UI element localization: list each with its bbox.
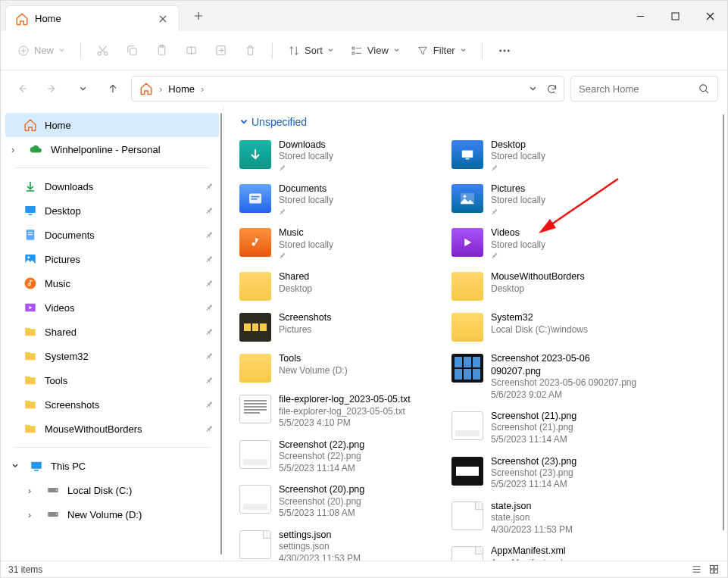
nav-quick-mousewithoutborders[interactable]: MouseWithoutBorders	[1, 417, 223, 441]
pin-icon	[491, 163, 545, 173]
back-button[interactable]	[10, 77, 34, 101]
chevron-down-icon	[239, 117, 248, 127]
cut-button[interactable]	[90, 38, 115, 64]
nav-quick-videos[interactable]: Videos	[1, 295, 223, 320]
item-icon	[451, 352, 483, 384]
expand-icon[interactable]: ›	[28, 509, 39, 520]
separator	[14, 447, 210, 448]
content-item[interactable]: settings.jsonsettings.json4/30/2023 11:5…	[239, 526, 429, 561]
content-item[interactable]: Screenshot (23).pngScreenshot (23).png5/…	[451, 452, 641, 494]
new-tab-button[interactable]	[187, 5, 210, 27]
nav-quick-music[interactable]: Music	[1, 271, 223, 295]
item-icon	[451, 139, 483, 170]
copy-button[interactable]	[120, 38, 145, 64]
svg-rect-24	[31, 462, 42, 469]
chevron-down-icon[interactable]	[529, 85, 537, 93]
nav-quick-documents[interactable]: Documents	[1, 223, 223, 247]
content-scrollbar[interactable]	[723, 114, 724, 530]
refresh-icon[interactable]	[546, 83, 558, 95]
address-bar[interactable]: › Home ›	[131, 76, 564, 102]
content-item[interactable]: MusicStored locally	[239, 223, 429, 264]
search-box[interactable]	[570, 76, 718, 102]
nav-quick-system32[interactable]: System32	[1, 344, 223, 368]
content-item[interactable]: ToolsNew Volume (D:)	[239, 349, 429, 387]
pin-icon	[491, 207, 545, 217]
nav-quick-pictures[interactable]: Pictures	[1, 247, 223, 271]
paste-button[interactable]	[149, 38, 174, 64]
content-item[interactable]: Screenshot (22).pngScreenshot (22).png5/…	[239, 436, 429, 477]
details-view-button[interactable]	[691, 564, 702, 575]
nav-drive[interactable]: ›New Volume (D:)	[1, 502, 223, 526]
expand-icon[interactable]: ›	[11, 144, 22, 155]
up-button[interactable]	[101, 77, 125, 101]
content-item[interactable]: state.jsonstate.json4/30/2023 11:53 PM	[451, 497, 641, 539]
svg-point-36	[464, 195, 467, 198]
tiles-view-button[interactable]	[708, 564, 720, 575]
breadcrumb-home[interactable]: Home	[168, 83, 195, 95]
content-item[interactable]: DocumentsStored locally	[239, 180, 429, 220]
content-item[interactable]: VideosStored locally	[451, 223, 641, 264]
more-button[interactable]	[492, 38, 517, 64]
nav-quick-tools[interactable]: Tools	[1, 368, 223, 392]
filter-button[interactable]: Filter	[411, 38, 473, 64]
new-button[interactable]: New	[11, 38, 71, 64]
svg-point-21	[27, 256, 30, 258]
content-item[interactable]: MouseWithoutBordersDesktop	[451, 267, 641, 305]
svg-rect-0	[672, 13, 679, 20]
item-icon	[451, 227, 483, 258]
sort-button[interactable]: Sort	[282, 38, 340, 64]
content-item[interactable]: PicturesStored locally	[451, 180, 641, 220]
forward-button[interactable]	[40, 77, 64, 101]
content-item[interactable]: SharedDesktop	[239, 267, 429, 305]
content-item[interactable]: DownloadsStored locally	[239, 136, 429, 177]
pin-icon	[279, 163, 333, 173]
close-window-button[interactable]	[692, 1, 727, 31]
share-button[interactable]	[208, 38, 233, 64]
content-item[interactable]: DesktopStored locally	[451, 136, 641, 177]
item-icon	[451, 270, 483, 302]
nav-scrollbar[interactable]	[220, 113, 222, 555]
maximize-button[interactable]	[658, 1, 692, 31]
group-header[interactable]: Unspecified	[239, 116, 712, 128]
pin-icon	[205, 326, 216, 338]
pin-icon	[205, 351, 216, 362]
content-item[interactable]: Screenshot 2023-05-06 090207.pngScreensh…	[451, 349, 641, 404]
content-item[interactable]: Screenshot (20).pngScreenshot (20).png5/…	[239, 480, 429, 522]
content-item[interactable]: Screenshot (21).pngScreenshot (21).png5/…	[451, 407, 641, 448]
nav-onedrive[interactable]: › Winhelponline - Personal	[1, 137, 223, 161]
nav-drive[interactable]: ›Local Disk (C:)	[1, 478, 223, 502]
svg-rect-10	[352, 52, 355, 55]
nav-quick-shared[interactable]: Shared	[1, 320, 223, 344]
svg-rect-41	[711, 570, 714, 573]
item-icon	[239, 393, 271, 425]
pin-icon	[205, 254, 216, 265]
collapse-icon[interactable]	[11, 461, 22, 472]
nav-quick-screenshots[interactable]: Screenshots	[1, 392, 223, 417]
paste-icon	[155, 44, 168, 57]
tab-title: Home	[35, 13, 61, 24]
search-input[interactable]	[579, 83, 692, 95]
minimize-button[interactable]	[623, 1, 658, 31]
item-icon	[451, 183, 483, 214]
content-item[interactable]: AppxManifest.xmlAppxManifest.xml4/30/202…	[451, 542, 641, 561]
content-item[interactable]: file-explorer-log_2023-05-05.txtfile-exp…	[239, 390, 429, 432]
home-icon	[23, 118, 37, 132]
svg-rect-33	[462, 150, 473, 158]
view-button[interactable]: View	[345, 38, 406, 64]
content-item[interactable]: System32Local Disk (C:)\windows	[451, 308, 641, 346]
tab-close-button[interactable]	[156, 12, 170, 26]
delete-button[interactable]	[238, 38, 263, 64]
nav-home[interactable]: Home	[5, 113, 219, 137]
tab-home[interactable]: Home	[5, 5, 180, 31]
svg-rect-40	[714, 566, 717, 569]
nav-quick-downloads[interactable]: Downloads	[1, 174, 223, 198]
nav-this-pc[interactable]: This PC	[1, 454, 223, 478]
recent-button[interactable]	[70, 77, 95, 101]
content-item[interactable]: ScreenshotsPictures	[239, 308, 429, 346]
navigation-pane: Home › Winhelponline - Personal Download…	[1, 107, 224, 561]
expand-icon[interactable]: ›	[28, 485, 39, 496]
maximize-icon	[671, 12, 680, 20]
nav-bar: › Home ›	[1, 70, 727, 107]
rename-button[interactable]	[179, 38, 204, 64]
nav-quick-desktop[interactable]: Desktop	[1, 198, 223, 223]
